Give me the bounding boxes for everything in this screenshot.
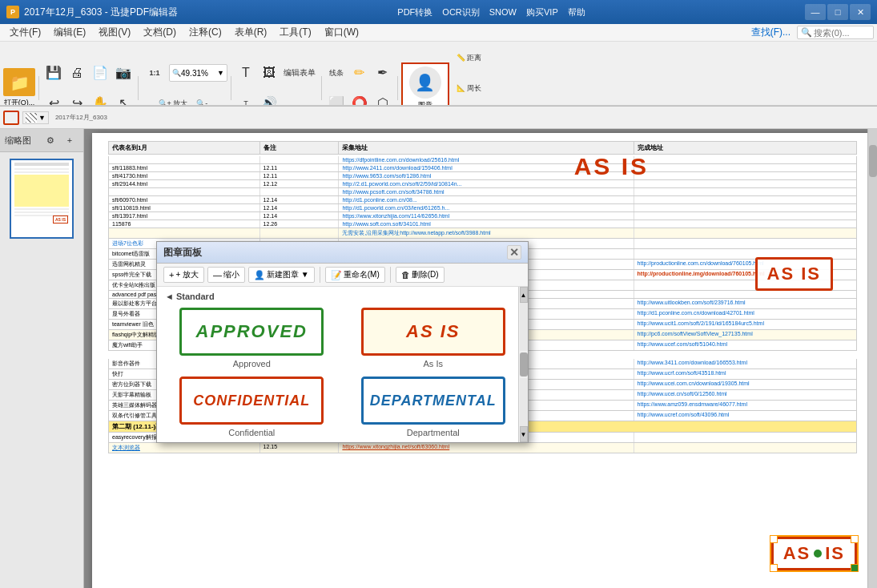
stamp-content: ◄ Standard APPROVED Approved: [157, 287, 528, 442]
stamp-dialog-close-btn[interactable]: ✕: [507, 245, 521, 260]
stamp-dialog-scrollbar[interactable]: ▲ ▼: [518, 287, 528, 442]
stamp-scroll-content: ◄ Standard APPROVED Approved: [157, 287, 528, 442]
content-area: 代表名到1月 备注 采集地址 完成地址 https://dfpointline.…: [84, 129, 877, 588]
menu-find[interactable]: 查找(F)...: [745, 24, 797, 41]
highlight-btn[interactable]: ✏: [348, 58, 371, 87]
insert-img-btn[interactable]: 🖼: [258, 58, 280, 87]
toolbar-sep4: [321, 76, 322, 100]
redo-btn[interactable]: ↪: [66, 89, 88, 106]
line-btn[interactable]: 线条: [325, 58, 348, 87]
help-btn[interactable]: 帮助: [568, 6, 585, 18]
pen-btn[interactable]: ✒: [372, 58, 394, 87]
zoom-out-btn[interactable]: 🔍-: [191, 89, 213, 106]
rect-btn[interactable]: ⬜: [325, 89, 348, 106]
confidential-label: Confidential: [228, 428, 275, 437]
edit-text-btn[interactable]: T: [235, 58, 257, 87]
vip-btn[interactable]: 购买VIP: [526, 6, 558, 18]
scroll-down-btn[interactable]: ▼: [520, 426, 528, 442]
delete-stamp-btn[interactable]: 🗑 删除(D): [396, 267, 445, 283]
main-toolbar: 📁 打开(O)... 💾 🖨 📄 📷 ↩ ↪ ✋ ↖ 1:1: [0, 42, 877, 106]
new-stamp-btn[interactable]: 👤 新建图章 ▼: [248, 267, 315, 283]
stamp-dialog-title-label: 图章面板: [163, 246, 202, 260]
sidebar-title: 缩略图: [5, 135, 31, 147]
stamp-grid: APPROVED Approved AS IS As Is: [165, 308, 520, 437]
app-icon: P: [6, 6, 19, 18]
sidebar-settings-btn[interactable]: ⚙: [42, 131, 59, 149]
confidential-stamp-item[interactable]: CONFIDENTIAL Confidential: [165, 377, 339, 437]
window-title: 2017年12月_6303 - 迅捷PDF编辑器: [24, 6, 178, 19]
stroke-color-btn[interactable]: [3, 111, 19, 125]
main-layout: 缩略图 ⚙ + AS IS 1: [0, 129, 877, 588]
scan-btn[interactable]: 📷: [112, 58, 135, 87]
menu-window[interactable]: 窗口(W): [318, 24, 365, 41]
save-btn[interactable]: 💾: [42, 58, 65, 87]
undo-btn[interactable]: ↩: [42, 89, 65, 106]
stamp-btn[interactable]: 👤: [409, 66, 441, 99]
menu-file[interactable]: 文件(F): [3, 24, 47, 41]
pdf-convert-btn[interactable]: PDF转换: [397, 6, 432, 18]
asis-stamp-selected[interactable]: AS IS: [771, 537, 857, 570]
stamp-dialog-titlebar: 图章面板 ✕: [157, 242, 528, 264]
toolbar-sep5: [397, 76, 398, 100]
menu-form[interactable]: 表单(R): [228, 24, 274, 41]
stamp-zoom-out-btn[interactable]: — 缩小: [207, 267, 245, 283]
departmental-label: Departmental: [407, 428, 460, 437]
fit-page-btn[interactable]: 1:1: [142, 58, 167, 87]
asis-stamp-item[interactable]: AS IS As Is: [347, 308, 521, 369]
text-field-btn[interactable]: T: [235, 89, 257, 106]
menu-note[interactable]: 注释(C): [183, 24, 228, 41]
area-btn[interactable]: 📊 面积: [454, 104, 485, 106]
zoom-dropdown[interactable]: ▼: [217, 69, 224, 77]
sidebar-add-btn[interactable]: +: [61, 131, 78, 149]
circle-btn[interactable]: ⭕: [348, 89, 371, 106]
edit-form-btn[interactable]: 编辑表单: [281, 58, 318, 87]
ocr-btn[interactable]: OCR识别: [442, 6, 479, 18]
perimeter-btn[interactable]: 📐 周长: [454, 74, 485, 103]
trash-icon: 🗑: [401, 270, 410, 280]
asis-stamp-top[interactable]: AS IS: [574, 153, 649, 180]
print-btn[interactable]: 🖨: [66, 58, 88, 87]
rename-stamp-btn[interactable]: 📝 重命名(M): [325, 267, 385, 283]
stamp-toolbar-sep: [320, 267, 320, 283]
stamp-toolbar-sep2: [390, 267, 391, 283]
stamp-zoom-in-btn[interactable]: + + 放大: [163, 267, 204, 283]
thumbnail-page-1[interactable]: AS IS 1: [10, 159, 74, 239]
zoom-input[interactable]: [181, 69, 217, 78]
open-label: 打开(O)...: [4, 98, 35, 106]
minimize-btn[interactable]: —: [805, 4, 826, 20]
sidebar-thumbnail-list: AS IS 1: [0, 152, 83, 588]
polygon-btn[interactable]: ⬡: [372, 89, 394, 106]
menu-edit[interactable]: 编辑(E): [47, 24, 92, 41]
vertical-scrollbar[interactable]: [867, 129, 877, 588]
approved-label: Approved: [233, 359, 271, 369]
menu-tools[interactable]: 工具(T): [273, 24, 317, 41]
scroll-up-btn[interactable]: ▲: [520, 287, 528, 303]
approved-stamp-item[interactable]: APPROVED Approved: [165, 308, 339, 369]
toolbar-sep: [38, 76, 39, 100]
window-controls: — □ ✕: [805, 4, 871, 20]
search-input[interactable]: [814, 28, 870, 38]
plus-icon: +: [169, 270, 174, 280]
sidebar-header: 缩略图 ⚙ +: [0, 129, 83, 152]
asis-badge: AS IS: [361, 308, 505, 356]
snow-btn[interactable]: SNOW: [489, 7, 517, 17]
fill-pattern-btn[interactable]: ▼: [22, 111, 49, 124]
departmental-stamp-item[interactable]: DEPARTMENTAL Departmental: [347, 377, 521, 437]
stamp-label: 图章: [418, 100, 432, 107]
close-btn[interactable]: ✕: [850, 4, 871, 20]
sound-btn[interactable]: 🔊: [258, 89, 280, 106]
scroll-thumb[interactable]: [520, 352, 528, 377]
hand-btn[interactable]: ✋: [89, 89, 111, 106]
asis-stamp-middle[interactable]: AS IS: [755, 257, 833, 291]
approved-badge: APPROVED: [179, 308, 324, 356]
toolbar-sep3: [231, 76, 231, 100]
open-folder-btn[interactable]: 📁: [3, 68, 35, 96]
menu-doc[interactable]: 文档(D): [137, 24, 183, 41]
menu-view[interactable]: 视图(V): [92, 24, 137, 41]
ocr-toolbar-btn[interactable]: 📄: [89, 58, 111, 87]
zoom-in-btn[interactable]: 🔍+ 放大: [156, 89, 191, 106]
distance-btn[interactable]: 📏 距离: [454, 43, 485, 72]
maximize-btn[interactable]: □: [827, 4, 848, 20]
cursor-btn[interactable]: ↖: [112, 89, 135, 106]
date-info: 2017年12月_6303: [52, 113, 111, 122]
